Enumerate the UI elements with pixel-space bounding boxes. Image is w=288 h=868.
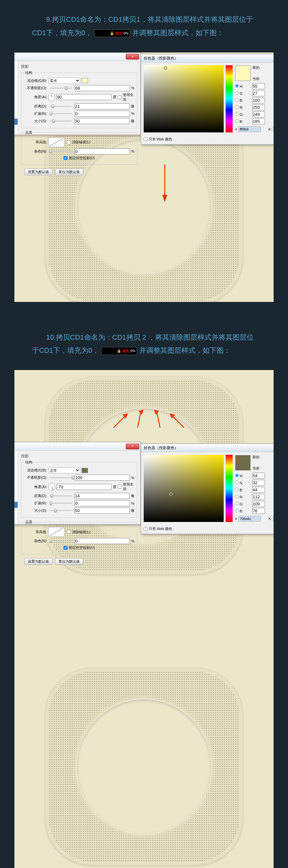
sidebar-item[interactable]: 光 (15, 508, 18, 515)
picker-titlebar[interactable]: 拾色器（投影颜色） (141, 444, 273, 452)
b-radio[interactable] (235, 98, 239, 102)
bc-radio[interactable] (235, 119, 239, 123)
opacity-slider[interactable] (50, 477, 72, 478)
noise-input[interactable] (75, 148, 130, 154)
dialog-titlebar[interactable]: 投影 × (15, 53, 141, 61)
hex-input[interactable] (238, 126, 261, 132)
noise-slider[interactable] (50, 151, 72, 152)
reset-default-button[interactable]: 复位为默认值 (55, 168, 83, 175)
angle-input[interactable] (56, 94, 112, 100)
hex-input[interactable] (238, 516, 261, 522)
angle-dial[interactable] (48, 483, 55, 491)
antialias-checkbox[interactable] (67, 141, 71, 144)
sidebar-item[interactable]: 叠加 (15, 495, 18, 502)
shadow-color-swatch[interactable] (82, 468, 88, 473)
r-input[interactable] (252, 494, 265, 500)
sidebar-item[interactable]: 叠加 (15, 112, 18, 119)
spread-slider[interactable] (50, 503, 72, 504)
noise-input[interactable] (75, 538, 130, 544)
g-radio[interactable] (235, 112, 239, 116)
s-radio[interactable] (235, 91, 239, 95)
s-radio[interactable] (235, 481, 239, 484)
noise-slider[interactable] (50, 540, 72, 541)
size-input[interactable] (74, 118, 129, 124)
h-radio[interactable] (235, 474, 239, 477)
web-only-checkbox[interactable] (144, 527, 147, 531)
sidebar-item[interactable]: 和浮雕 (15, 67, 18, 74)
global-light-checkbox[interactable] (118, 485, 122, 489)
shadow-color-swatch[interactable] (82, 78, 88, 83)
h-input[interactable] (252, 83, 265, 89)
sidebar-item[interactable]: 叠加 (15, 106, 18, 112)
k-input[interactable] (273, 516, 273, 522)
distance-slider[interactable] (50, 106, 72, 107)
distance-slider[interactable] (50, 495, 72, 496)
angle-dial[interactable] (48, 93, 55, 101)
r-input[interactable] (252, 104, 265, 110)
spread-input[interactable] (75, 500, 130, 506)
size-slider[interactable] (50, 121, 72, 122)
color-field[interactable] (144, 455, 224, 522)
h-radio[interactable] (235, 84, 239, 88)
size-input[interactable] (74, 507, 129, 514)
knockout-checkbox[interactable] (64, 546, 67, 550)
opacity-input[interactable] (75, 85, 130, 91)
sidebar-item[interactable]: 加 (15, 483, 18, 489)
g-input[interactable] (252, 111, 265, 117)
r-radio[interactable] (235, 495, 239, 498)
sidebar-item[interactable]: 边 (15, 476, 18, 483)
web-only-checkbox[interactable] (144, 137, 147, 141)
spread-slider[interactable] (50, 113, 72, 114)
dialog-titlebar[interactable]: 投影 × (15, 442, 141, 451)
sidebar-item[interactable]: 顶:自定 (15, 61, 18, 67)
size-slider[interactable] (50, 510, 72, 511)
sidebar-item[interactable]: 理 (15, 80, 18, 87)
hue-strip[interactable] (226, 455, 233, 522)
blend-mode-select[interactable]: 正常 (48, 467, 80, 473)
hue-strip[interactable] (226, 65, 233, 132)
b-radio[interactable] (235, 488, 239, 491)
bc-input[interactable] (252, 118, 265, 124)
bc-radio[interactable] (235, 509, 239, 513)
sidebar-item[interactable]: 叠加 (15, 502, 18, 508)
reset-default-button[interactable]: 复位为默认值 (55, 558, 83, 565)
s-input[interactable] (252, 90, 265, 96)
sidebar-item[interactable]: 加 (15, 99, 18, 106)
close-icon[interactable]: × (126, 54, 139, 60)
sidebar-item[interactable]: 加 (15, 93, 18, 99)
set-default-button[interactable]: 设置为默认值 (24, 558, 53, 565)
bc-input[interactable] (252, 508, 265, 514)
sidebar-item[interactable]: 理 (15, 470, 18, 476)
g-input[interactable] (252, 501, 265, 507)
bv-input[interactable] (252, 97, 265, 103)
color-field[interactable] (144, 65, 224, 132)
opacity-input[interactable] (75, 475, 130, 481)
angle-input[interactable] (56, 484, 112, 490)
picker-titlebar[interactable]: 拾色器（投影颜色） (141, 54, 273, 63)
spread-input[interactable] (75, 111, 130, 117)
global-light-checkbox[interactable] (118, 95, 122, 99)
sidebar-item[interactable]: 和浮雕 (15, 457, 18, 463)
contour-picker[interactable] (48, 527, 64, 537)
k-input[interactable] (273, 126, 273, 132)
contour-picker[interactable] (48, 137, 64, 147)
close-icon[interactable]: × (126, 443, 139, 450)
h-input[interactable] (252, 473, 265, 479)
distance-input[interactable] (74, 493, 129, 499)
knockout-checkbox[interactable] (64, 156, 67, 160)
g-radio[interactable] (235, 502, 239, 505)
opacity-slider[interactable] (50, 88, 72, 89)
sidebar-item[interactable]: 边 (15, 87, 18, 93)
sidebar-item[interactable]: 高线 (15, 74, 18, 80)
distance-input[interactable] (74, 103, 129, 110)
sidebar-item[interactable]: 加 (15, 489, 18, 495)
blend-mode-select[interactable]: 柔光 (48, 78, 80, 84)
antialias-checkbox[interactable] (67, 530, 71, 534)
sidebar-item[interactable]: 顶:自定 (15, 451, 18, 457)
sidebar-item[interactable]: 高线 (15, 463, 18, 470)
bv-input[interactable] (252, 487, 265, 493)
r-radio[interactable] (235, 105, 239, 109)
sidebar-item[interactable]: 光 (15, 119, 18, 125)
s-input[interactable] (252, 480, 265, 486)
set-default-button[interactable]: 设置为默认值 (24, 168, 53, 175)
